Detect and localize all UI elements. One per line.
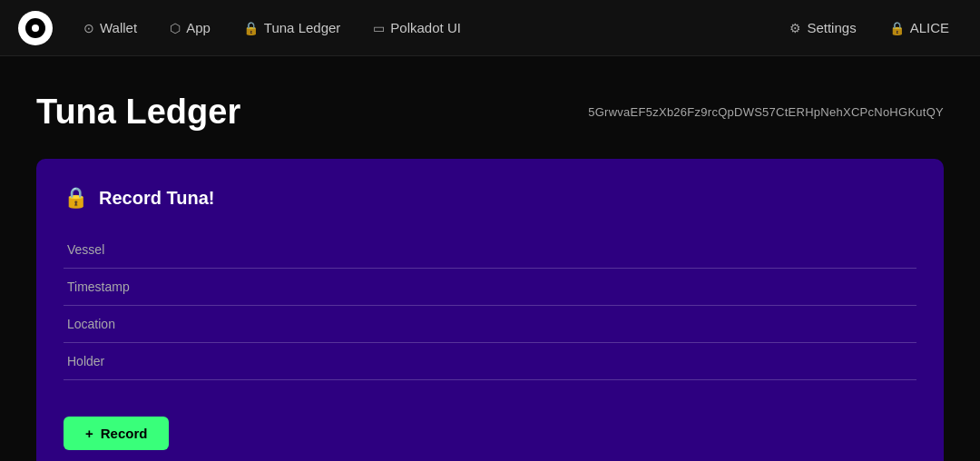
nav-label-wallet: Wallet bbox=[100, 20, 137, 35]
form-card-header: 🔒 Record Tuna! bbox=[64, 186, 916, 210]
logo[interactable] bbox=[18, 11, 53, 45]
nav-label-alice: ALICE bbox=[910, 20, 949, 35]
holder-input[interactable] bbox=[64, 343, 916, 380]
nav-label-app: App bbox=[186, 20, 211, 35]
navbar: ⊙ Wallet ⬡ App 🔒 Tuna Ledger ▭ Polkadot … bbox=[0, 0, 980, 56]
wallet-icon: ⊙ bbox=[83, 21, 94, 35]
polkadot-ui-icon: ▭ bbox=[373, 21, 385, 35]
nav-item-polkadot-ui[interactable]: ▭ Polkadot UI bbox=[360, 15, 474, 41]
nav-item-tuna-ledger[interactable]: 🔒 Tuna Ledger bbox=[230, 15, 354, 41]
page-header: Tuna Ledger 5GrwvaEF5zXb26Fz9rcQpDWS57Ct… bbox=[36, 93, 944, 132]
vessel-input[interactable] bbox=[64, 231, 916, 269]
nav-item-app[interactable]: ⬡ App bbox=[157, 15, 223, 41]
nav-right: ⚙ Settings 🔒 ALICE bbox=[777, 15, 962, 41]
main-content: Tuna Ledger 5GrwvaEF5zXb26Fz9rcQpDWS57Ct… bbox=[0, 56, 980, 461]
record-button-label: Record bbox=[101, 426, 148, 441]
timestamp-input[interactable] bbox=[64, 269, 916, 306]
page-title: Tuna Ledger bbox=[36, 93, 240, 132]
nav-item-settings[interactable]: ⚙ Settings bbox=[777, 15, 868, 41]
nav-links: ⊙ Wallet ⬡ App 🔒 Tuna Ledger ▭ Polkadot … bbox=[71, 15, 777, 41]
alice-lock-icon: 🔒 bbox=[889, 21, 905, 35]
nav-label-settings: Settings bbox=[807, 20, 856, 35]
form-fields bbox=[64, 231, 916, 398]
nav-item-wallet[interactable]: ⊙ Wallet bbox=[71, 15, 150, 41]
record-button-icon: + bbox=[85, 426, 93, 441]
form-lock-icon: 🔒 bbox=[64, 186, 88, 210]
app-icon: ⬡ bbox=[170, 21, 181, 35]
page-address: 5GrwvaEF5zXb26Fz9rcQpDWS57CtERHpNehXCPcN… bbox=[588, 105, 944, 119]
settings-icon: ⚙ bbox=[789, 21, 801, 35]
form-card-title: Record Tuna! bbox=[99, 188, 214, 209]
location-input[interactable] bbox=[64, 306, 916, 343]
nav-label-polkadot-ui: Polkadot UI bbox=[390, 20, 461, 35]
nav-label-tuna-ledger: Tuna Ledger bbox=[264, 20, 341, 35]
nav-item-alice[interactable]: 🔒 ALICE bbox=[877, 15, 962, 41]
tuna-ledger-nav-icon: 🔒 bbox=[243, 21, 259, 35]
record-button[interactable]: + Record bbox=[64, 417, 169, 450]
form-card: 🔒 Record Tuna! + Record bbox=[36, 159, 944, 461]
